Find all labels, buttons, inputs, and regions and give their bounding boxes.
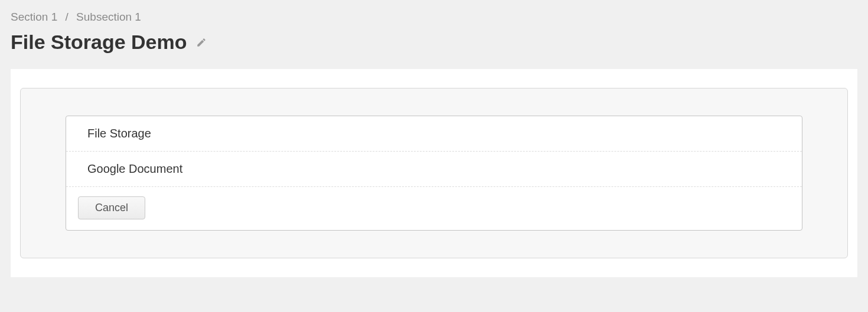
breadcrumb-link-subsection[interactable]: Subsection 1 <box>76 11 141 23</box>
option-box: File Storage Google Document Cancel <box>66 116 802 231</box>
inner-panel: File Storage Google Document Cancel <box>20 88 848 258</box>
cancel-button[interactable]: Cancel <box>78 196 145 219</box>
option-file-storage[interactable]: File Storage <box>66 116 802 152</box>
breadcrumb-separator: / <box>66 11 68 23</box>
actions-row: Cancel <box>66 187 802 219</box>
page-title: File Storage Demo <box>11 31 187 54</box>
breadcrumb: Section 1 / Subsection 1 <box>11 11 857 24</box>
content-card: File Storage Google Document Cancel <box>11 69 857 277</box>
option-google-document[interactable]: Google Document <box>66 152 802 187</box>
breadcrumb-link-section[interactable]: Section 1 <box>11 11 57 23</box>
pencil-icon[interactable] <box>195 37 207 48</box>
